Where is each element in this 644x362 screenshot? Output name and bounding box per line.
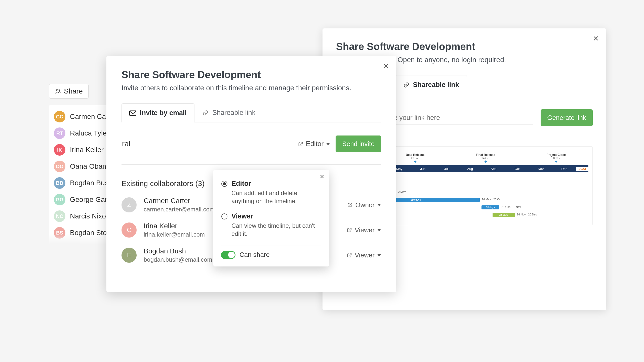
person-row[interactable]: BBBogdan Bush [49, 175, 114, 191]
radio-icon [221, 213, 227, 219]
person-row[interactable]: NCNarcis Nixon [49, 208, 114, 224]
person-name: Oana Obama [70, 162, 112, 170]
tab-invite-by-email[interactable]: Invite by email [122, 103, 194, 122]
role-label: Viewer [355, 251, 375, 259]
gantt-milestone: Beta Release29 Jun◆ [406, 153, 425, 163]
chevron-down-icon [377, 229, 381, 231]
send-invite-button[interactable]: Send invite [336, 135, 381, 152]
gantt-bar-label: 21 Oct - 15 Nov [501, 205, 521, 208]
role-select-inline[interactable]: Editor [298, 140, 330, 148]
can-share-toggle[interactable]: Can share [221, 251, 321, 259]
tab-shareable-link[interactable]: Shareable link [194, 103, 263, 122]
person-name: Narcis Nixon [70, 212, 110, 220]
person-row[interactable]: GGGeorge Gardner [49, 191, 114, 208]
gantt-bar-label: 16 Nov - 20 Dec [517, 213, 537, 216]
tab-label: Invite by email [140, 109, 187, 117]
person-row[interactable]: BSBogdan Stone [49, 224, 114, 241]
collaborator-email: bogdan.bush@email.com [144, 256, 212, 263]
collaborator-email: carmen.carter@email.com [144, 206, 215, 213]
svg-rect-2 [130, 111, 136, 115]
tab-shareable-link[interactable]: Shareable link [395, 75, 467, 94]
avatar: NC [54, 210, 65, 222]
collaborator-role-select[interactable]: Owner [347, 201, 381, 209]
chevron-down-icon [377, 254, 381, 256]
avatar: E [122, 248, 137, 263]
gantt-milestone: Project Close30 Nov◆ [546, 153, 566, 163]
gantt-bar: 23 days [493, 213, 515, 217]
role-popover: ✕ Editor Can add, edit and delete anythi… [213, 170, 329, 266]
close-icon[interactable]: ✕ [383, 62, 389, 70]
link-icon [202, 110, 209, 116]
person-name: Bogdan Bush [70, 179, 112, 187]
tab-label: Shareable link [413, 81, 459, 89]
avatar: BS [54, 227, 65, 239]
open-external-icon [347, 252, 352, 258]
gantt-bar: 16 days [481, 205, 499, 209]
avatar: RT [54, 127, 65, 139]
svg-point-1 [59, 89, 60, 90]
tabs: Invite by email Shareable link [122, 103, 381, 122]
role-label: Editor [231, 180, 321, 188]
chevron-down-icon [326, 143, 330, 145]
share-button-label: Share [64, 87, 83, 95]
avatar: OO [54, 161, 65, 172]
modal-title: Share Software Development [122, 69, 381, 80]
gantt-milestone: Final Release14 Oct◆ [476, 153, 495, 163]
open-external-icon [298, 141, 303, 147]
avatar: IK [54, 144, 65, 156]
avatar: Z [122, 197, 137, 212]
open-external-icon [347, 227, 352, 233]
collaborator-email: irina.keller@email.com [144, 231, 205, 238]
role-desc: Can view the timeline, but can't edit it… [231, 222, 321, 238]
collaborator-role-select[interactable]: Viewer [347, 226, 381, 234]
collaborator-name: Carmen Carter [144, 197, 215, 205]
close-icon[interactable]: ✕ [593, 34, 599, 43]
toggle-on-icon [221, 251, 235, 259]
role-label: Viewer [355, 226, 375, 234]
modal-subtitle: Invite others to collaborate on this tim… [122, 84, 381, 92]
people-icon [55, 88, 61, 95]
collaborator-name: Irina Keller [144, 222, 205, 230]
role-label: Viewer [231, 212, 321, 220]
person-row[interactable]: RTRaluca Tyler [49, 125, 114, 142]
avatar: C [122, 222, 137, 238]
link-icon [403, 82, 410, 88]
avatar: BB [54, 177, 65, 189]
modal-title: Share Software Development [336, 41, 593, 52]
person-row[interactable]: OOOana Obama [49, 158, 114, 175]
role-inline-label: Editor [306, 140, 324, 148]
mail-icon [129, 110, 136, 116]
role-option-editor[interactable]: Editor Can add, edit and delete anything… [221, 176, 321, 209]
share-button[interactable]: Share [49, 84, 89, 99]
close-icon[interactable]: ✕ [319, 173, 325, 180]
chevron-down-icon [377, 204, 381, 206]
people-list: CCCarmen CarterRTRaluca TylerIKIrina Kel… [49, 105, 114, 244]
person-row[interactable]: CCCarmen Carter [49, 108, 114, 125]
role-label: Owner [355, 201, 375, 209]
role-desc: Can add, edit and delete anything on the… [231, 189, 321, 205]
role-option-viewer[interactable]: Viewer Can view the timeline, but can't … [221, 209, 321, 242]
generate-link-button[interactable]: Generate link [541, 109, 593, 126]
avatar: GG [54, 194, 65, 205]
avatar: CC [54, 111, 65, 122]
gantt-bar-label: 14 May - 20 Oct [482, 198, 501, 201]
person-row[interactable]: IKIrina Keller [49, 142, 114, 158]
open-external-icon [347, 202, 353, 208]
collaborator-role-select[interactable]: Viewer [347, 251, 381, 259]
person-name: Raluca Tyler [70, 129, 109, 137]
svg-point-0 [56, 89, 58, 91]
toggle-label: Can share [239, 251, 270, 259]
email-input[interactable] [122, 138, 292, 150]
person-name: Irina Keller [70, 146, 104, 154]
radio-selected-icon [221, 181, 227, 187]
collaborator-name: Bogdan Bush [144, 247, 212, 255]
tab-label: Shareable link [212, 109, 255, 117]
